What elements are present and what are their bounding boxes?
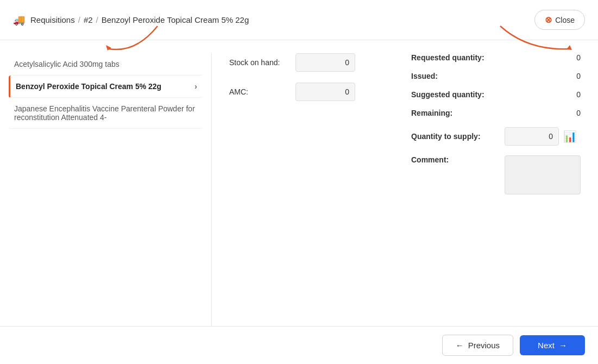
list-item-label-1: Benzoyl Peroxide Topical Cream 5% 22g [16, 82, 161, 91]
comment-label: Comment: [411, 155, 498, 164]
list-item-1[interactable]: Benzoyl Peroxide Topical Cream 5% 22g › [9, 76, 203, 98]
suggested-quantity-value: 0 [505, 90, 581, 99]
previous-button[interactable]: ← Previous [442, 335, 513, 356]
remaining-value: 0 [505, 109, 581, 117]
breadcrumb-item: Benzoyl Peroxide Topical Cream 5% 22g [102, 15, 249, 24]
requested-quantity-value: 0 [505, 53, 581, 62]
close-button[interactable]: ⊗ Close [534, 10, 585, 30]
remaining-row: Remaining: 0 [411, 109, 581, 117]
requested-quantity-row: Requested quantity: 0 [411, 53, 581, 62]
close-label: Close [555, 16, 575, 24]
list-item-0[interactable]: Acetylsalicylic Acid 300mg tabs [9, 53, 203, 76]
x-circle-icon: ⊗ [545, 15, 552, 25]
issued-value: 0 [505, 72, 581, 80]
right-panel: Requested quantity: 0 Issued: 0 Suggeste… [402, 53, 598, 331]
breadcrumb: 🚚 Requisitions / #2 / Benzoyl Peroxide T… [13, 14, 249, 26]
issued-label: Issued: [411, 72, 498, 80]
comment-row: Comment: [411, 155, 581, 194]
issued-row: Issued: 0 [411, 72, 581, 80]
stock-on-hand-row: Stock on hand: [229, 53, 385, 72]
amc-label: AMC: [229, 87, 289, 96]
breadcrumb-number[interactable]: #2 [84, 15, 93, 24]
chart-bar-icon[interactable]: 📊 [563, 130, 577, 143]
list-item-2[interactable]: Japanese Encephalitis Vaccine Parenteral… [9, 98, 203, 129]
breadcrumb-root[interactable]: Requisitions [30, 15, 75, 24]
previous-label: Previous [468, 341, 500, 350]
arrow-left-icon: ← [456, 341, 464, 350]
chevron-right-icon: › [194, 82, 197, 91]
list-item-label-2: Japanese Encephalitis Vaccine Parenteral… [14, 104, 195, 122]
remaining-label: Remaining: [411, 109, 498, 117]
header: 🚚 Requisitions / #2 / Benzoyl Peroxide T… [0, 0, 598, 40]
list-item-label-0: Acetylsalicylic Acid 300mg tabs [14, 60, 119, 68]
requested-quantity-label: Requested quantity: [411, 53, 498, 62]
stock-on-hand-input[interactable] [295, 53, 355, 72]
arrow-right-icon: → [559, 341, 567, 350]
breadcrumb-sep2: / [96, 15, 98, 24]
comment-textarea[interactable] [505, 155, 581, 194]
next-label: Next [538, 341, 555, 350]
amc-row: AMC: [229, 83, 385, 101]
main-content: Acetylsalicylic Acid 300mg tabs Benzoyl … [0, 40, 598, 331]
quantity-to-supply-row: Quantity to supply: 📊 [411, 127, 581, 146]
center-panel: Stock on hand: AMC: [212, 53, 402, 331]
quantity-to-supply-label: Quantity to supply: [411, 132, 498, 141]
quantity-supply-controls: 📊 [505, 127, 577, 146]
stock-on-hand-label: Stock on hand: [229, 58, 289, 67]
suggested-quantity-label: Suggested quantity: [411, 90, 498, 99]
truck-icon: 🚚 [13, 14, 25, 26]
item-list: Acetylsalicylic Acid 300mg tabs Benzoyl … [0, 53, 212, 331]
suggested-quantity-row: Suggested quantity: 0 [411, 90, 581, 99]
amc-input[interactable] [295, 83, 355, 101]
breadcrumb-sep1: / [78, 15, 80, 24]
next-button[interactable]: Next → [520, 335, 585, 355]
quantity-to-supply-input[interactable] [505, 127, 559, 146]
footer: ← Previous Next → [0, 326, 598, 364]
